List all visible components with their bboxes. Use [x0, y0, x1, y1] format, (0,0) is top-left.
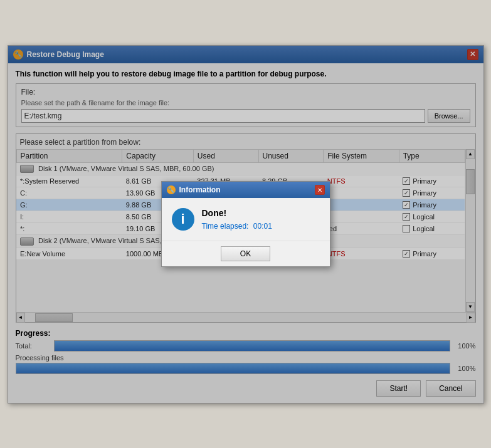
- modal-app-icon: 🔧: [167, 185, 176, 194]
- info-icon: i: [172, 208, 194, 231]
- elapsed-label: Time elapsed:: [202, 222, 249, 231]
- modal-close-button[interactable]: ✕: [315, 185, 325, 195]
- main-window: 🔧 Restore Debug Image ✕ This function wi…: [8, 45, 484, 404]
- ok-button[interactable]: OK: [221, 246, 270, 261]
- modal-titlebar-left: 🔧 Information: [167, 185, 221, 194]
- modal-text: Done! Time elapsed: 00:01: [202, 208, 320, 231]
- modal-footer: OK: [162, 241, 330, 266]
- information-modal: 🔧 Information ✕ i Done! Time elapsed: 00…: [161, 181, 330, 267]
- elapsed-value: 00:01: [253, 222, 272, 231]
- modal-overlay: 🔧 Information ✕ i Done! Time elapsed: 00…: [8, 46, 483, 403]
- modal-titlebar: 🔧 Information ✕: [162, 182, 330, 198]
- done-text: Done!: [202, 208, 320, 218]
- modal-title: Information: [179, 185, 221, 194]
- elapsed-text: Time elapsed: 00:01: [202, 222, 320, 231]
- modal-body: i Done! Time elapsed: 00:01: [162, 198, 330, 241]
